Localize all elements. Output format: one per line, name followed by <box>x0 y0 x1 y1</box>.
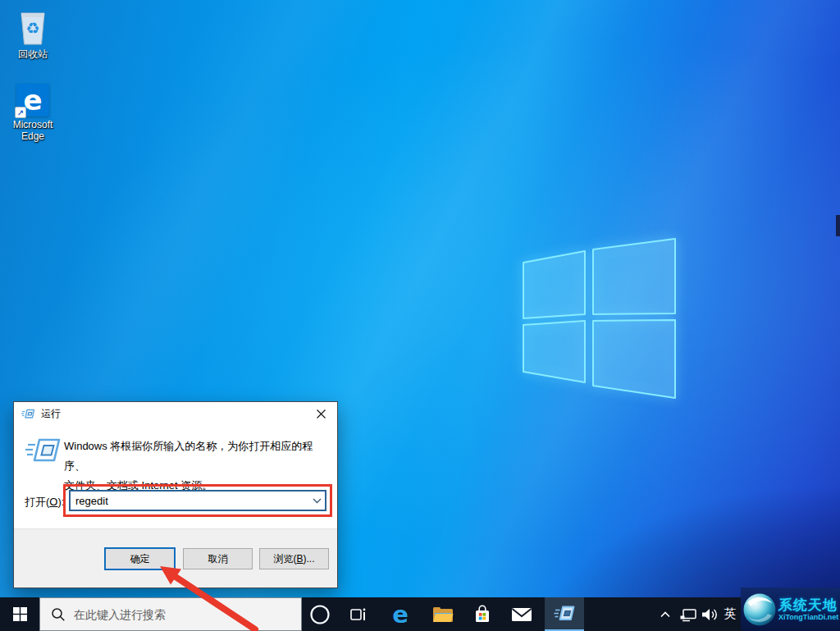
tray-show-hidden-icons-button[interactable] <box>655 597 676 631</box>
chevron-down-icon <box>313 498 322 504</box>
task-view-button[interactable] <box>338 597 377 631</box>
taskbar: e <box>0 597 840 631</box>
close-button[interactable] <box>304 402 337 426</box>
screen-edge-artifact <box>836 215 840 236</box>
desktop-icon-recycle-bin[interactable]: ♻ 回收站 <box>10 7 56 60</box>
taskbar-edge-button[interactable]: e <box>381 597 420 631</box>
taskbar-search-box[interactable] <box>39 597 302 631</box>
combobox-dropdown-button[interactable] <box>308 498 325 504</box>
xitongtiandi-logo-icon <box>742 592 777 627</box>
run-dialog-icon <box>25 437 61 464</box>
shortcut-arrow-icon: ↗ <box>15 107 26 118</box>
taskbar-mail-button[interactable] <box>502 597 541 631</box>
run-dialog: 运行 Windows 将根据你所输入的名称，为你打开相应的程序、 文件夹、文档或… <box>13 401 338 588</box>
taskbar-store-button[interactable] <box>463 597 502 631</box>
browse-button[interactable]: 浏览(B)... <box>259 548 329 569</box>
edge-tile-icon: e ↗ <box>16 84 49 117</box>
watermark-title: 系统天地 <box>778 597 839 613</box>
run-icon <box>21 409 35 420</box>
recycle-bin-icon: ♻ <box>15 7 51 46</box>
run-dialog-titlebar[interactable]: 运行 <box>14 402 337 426</box>
tray-ime-indicator[interactable]: 英 <box>720 597 740 631</box>
edge-icon: e <box>392 601 409 629</box>
tray-volume-button[interactable] <box>699 597 720 631</box>
windows-logo <box>515 232 684 406</box>
volume-icon <box>701 607 719 622</box>
svg-text:♻: ♻ <box>25 19 39 37</box>
microsoft-store-icon <box>472 605 492 624</box>
run-combobox[interactable] <box>69 490 326 511</box>
ok-button[interactable]: 确定 <box>104 547 176 570</box>
chevron-up-icon <box>660 610 671 619</box>
system-brand-watermark: 系统天地 XiTongTianDi.net <box>741 588 840 631</box>
tray-network-button[interactable] <box>678 597 699 631</box>
recycle-bin-label: 回收站 <box>18 48 48 60</box>
edge-icon-label: Microsoft Edge <box>8 119 57 142</box>
taskbar-file-explorer-button[interactable] <box>423 597 463 631</box>
open-field-label: 打开(O): <box>25 495 64 510</box>
cancel-button[interactable]: 取消 <box>183 548 253 569</box>
windows-start-icon <box>13 607 27 621</box>
taskbar-run-button-active[interactable] <box>545 597 584 631</box>
close-icon <box>317 409 326 418</box>
desktop-icon-microsoft-edge[interactable]: e ↗ Microsoft Edge <box>8 84 57 142</box>
start-button[interactable] <box>0 597 39 631</box>
dialog-button-row: 确定 取消 浏览(B)... <box>14 528 337 588</box>
watermark-site: XiTongTianDi.net <box>778 613 838 622</box>
mail-icon <box>511 606 532 623</box>
run-app-icon <box>554 605 575 622</box>
task-view-icon <box>349 607 367 622</box>
dialog-title: 运行 <box>41 407 61 421</box>
file-explorer-icon <box>432 606 454 624</box>
run-command-input[interactable] <box>71 492 308 510</box>
search-icon <box>51 607 66 622</box>
description-line-1: Windows 将根据你所输入的名称，为你打开相应的程序、 <box>64 437 331 476</box>
cortana-button[interactable] <box>302 597 338 631</box>
search-input[interactable] <box>74 608 301 621</box>
red-highlight-annotation <box>63 484 332 517</box>
cortana-icon <box>309 604 331 625</box>
network-icon <box>680 607 696 622</box>
